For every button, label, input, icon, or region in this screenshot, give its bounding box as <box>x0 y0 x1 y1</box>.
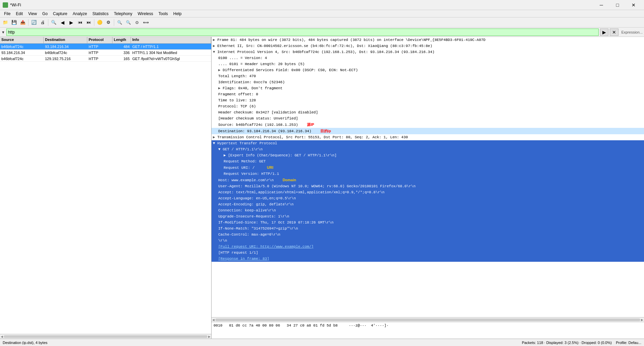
col-header-destination[interactable]: Destination <box>44 37 87 43</box>
toolbar-sep3 <box>94 19 94 26</box>
toolbar-go-forward[interactable]: ▶ <box>67 18 75 27</box>
detail-line-identification[interactable]: Identification: 0xcc7a (52346) <box>212 79 644 85</box>
menu-telephony[interactable]: Telephony <box>111 11 135 17</box>
toolbar: 📁 💾 📤 🔄 🖨 🔍 ◀ ▶ ⏮ ⏭ 🟡 ⚙ 🔍 🔍 ⊙ ⟺ <box>0 17 644 28</box>
menu-help[interactable]: Help <box>171 11 184 17</box>
detail-line-get[interactable]: ▼ GET / HTTP/1.1\r\n <box>212 146 644 152</box>
packet-row[interactable]: b46bfcaf724c 93.184.216.34 HTTP 484 GET … <box>0 44 211 50</box>
detail-line-request-uri[interactable]: Request URI: / URI <box>212 164 644 171</box>
packet-row[interactable]: b46bfcaf724c 129.192.75.216 HTTP 165 GET… <box>0 56 211 62</box>
detail-line-http[interactable]: ▼ Hypertext Transfer Protocol <box>212 140 644 146</box>
menu-go[interactable]: Go <box>40 11 50 17</box>
detail-line-if-none-match[interactable]: If-None-Match: "3147526947+gzip"\r\n <box>212 226 644 232</box>
detail-line-upgrade-insecure[interactable]: Upgrade-Insecure-Requests: 1\r\n <box>212 213 644 219</box>
detail-line-accept-encoding[interactable]: Accept-Encoding: gzip, deflate\r\n <box>212 201 644 207</box>
toolbar-sep2 <box>48 19 48 26</box>
hex-dump-line: 0010 01 d6 cc 7a 40 00 80 06 34 27 c0 a8… <box>214 324 389 328</box>
detail-line-tcp[interactable]: ▶ Transmission Control Protocol, Src Por… <box>212 134 644 140</box>
menu-edit[interactable]: Edit <box>13 11 26 17</box>
detail-line-cache-control[interactable]: Cache-Control: max-age=0\r\n <box>212 232 644 238</box>
detail-line-user-agent[interactable]: User-Agent: Mozilla/5.0 (Windows NT 10.0… <box>212 183 644 189</box>
col-header-info[interactable]: Info <box>131 37 211 43</box>
detail-line-total-length[interactable]: Total Length: 470 <box>212 73 644 79</box>
toolbar-print[interactable]: 🖨 <box>39 18 47 27</box>
app-icon <box>3 2 8 8</box>
menu-wireless[interactable]: Wireless <box>135 11 156 17</box>
title-bar-controls: ─ □ ✕ <box>594 0 641 10</box>
detail-line-crlf[interactable]: \r\n <box>212 238 644 244</box>
detail-line-ethernet[interactable]: ▶ Ethernet II, Src: CN-00014502.ericsson… <box>212 43 644 49</box>
maximize-button[interactable]: □ <box>610 0 625 10</box>
toolbar-close[interactable]: 📤 <box>19 18 27 27</box>
filter-bar: ▼ ▶ ✕ Expression... <box>0 28 644 37</box>
toolbar-new-capture[interactable]: 📁 <box>1 18 9 27</box>
toolbar-resize-columns[interactable]: ⟺ <box>142 18 150 27</box>
detail-line-if-modified-since[interactable]: If-Modified-Since: Thu, 17 Oct 2019 07:1… <box>212 219 644 226</box>
packet-list-body[interactable]: b46bfcaf724c 93.184.216.34 HTTP 484 GET … <box>0 44 211 334</box>
toolbar-go-last[interactable]: ⏭ <box>85 18 93 27</box>
detail-line-src-ip[interactable]: Source: b46bfcaf724c (192.168.1.253) 源IP <box>212 121 644 128</box>
detail-line-accept[interactable]: Accept: text/html,application/xhtml+xml,… <box>212 189 644 195</box>
packet-detail-panel: ▶ Frame 81: 484 bytes on wire (3872 bits… <box>212 37 644 339</box>
packet-row[interactable]: 93.184.216.34 b46bfcaf724c HTTP 336 HTTP… <box>0 50 211 56</box>
toolbar-prefs[interactable]: ⚙ <box>104 18 112 27</box>
menu-view[interactable]: View <box>26 11 40 17</box>
filter-clear-button[interactable]: ✕ <box>610 29 618 36</box>
menu-capture[interactable]: Capture <box>50 11 70 17</box>
detail-line-http-req-num[interactable]: [HTTP request 1/1] <box>212 250 644 256</box>
detail-line-full-request-uri[interactable]: [Full request URI: http://www.example.co… <box>212 244 644 250</box>
status-profile: Profile: Defau... <box>616 341 641 345</box>
detail-line-flags[interactable]: ▶ Flags: 0x40, Don't fragment <box>212 85 644 91</box>
packet-list-hscroll[interactable]: ◀ ▶ <box>0 334 211 339</box>
menu-analyze[interactable]: Analyze <box>70 11 90 17</box>
filter-expression-hint: Expression... <box>621 30 643 34</box>
detail-line-protocol[interactable]: Protocol: TCP (6) <box>212 103 644 109</box>
menu-file[interactable]: File <box>1 11 13 17</box>
toolbar-color-rules[interactable]: 🟡 <box>96 18 104 27</box>
close-button[interactable]: ✕ <box>626 0 641 10</box>
filter-input[interactable] <box>6 29 599 36</box>
detail-line-dsf[interactable]: ▶ Differentiated Services Field: 0x00 (D… <box>212 67 644 73</box>
detail-line-version[interactable]: 0100 .... = Version: 4 <box>212 55 644 61</box>
detail-line-frag-offset[interactable]: Fragment offset: 0 <box>212 91 644 97</box>
detail-line-header-len[interactable]: .... 0101 = Header Length: 20 bytes (5) <box>212 61 644 67</box>
detail-line-dst-ip[interactable]: Destination: 93.184.216.34 (93.184.216.3… <box>212 128 644 134</box>
minimize-button[interactable]: ─ <box>594 0 609 10</box>
detail-line-accept-language[interactable]: Accept-Language: en-US,en;q=0.5\r\n <box>212 195 644 201</box>
status-packets: Packets: 118 · Displayed: 3 (2.5%) · Dro… <box>522 341 612 345</box>
detail-line-ttl[interactable]: Time to live: 128 <box>212 97 644 103</box>
detail-line-ipv4[interactable]: ▼ Internet Protocol Version 4, Src: b46b… <box>212 49 644 55</box>
menu-tools[interactable]: Tools <box>156 11 171 17</box>
detail-line-hdr-checksum-status[interactable]: [Header checksum status: Unverified] <box>212 115 644 121</box>
detail-line-request-version[interactable]: Request Version: HTTP/1.1 <box>212 171 644 177</box>
title-bar: *Wi-Fi ─ □ ✕ <box>0 0 644 10</box>
toolbar-zoom-in[interactable]: 🔍 <box>116 18 124 27</box>
menu-bar: File Edit View Go Capture Analyze Statis… <box>0 10 644 17</box>
detail-line-response-frame[interactable]: [Response in frame: 83] <box>212 256 644 262</box>
toolbar-go-back[interactable]: ◀ <box>58 18 66 27</box>
detail-line-frame[interactable]: ▶ Frame 81: 484 bytes on wire (3872 bits… <box>212 37 644 43</box>
menu-statistics[interactable]: Statistics <box>90 11 111 17</box>
detail-line-hdr-checksum[interactable]: Header checksum: 0x3427 [validation disa… <box>212 109 644 115</box>
toolbar-zoom-out[interactable]: 🔍 <box>124 18 132 27</box>
detail-hscroll[interactable]: ◀ ▶ <box>212 317 644 322</box>
toolbar-save[interactable]: 💾 <box>10 18 18 27</box>
toolbar-reload[interactable]: 🔄 <box>30 18 38 27</box>
packet-detail-body[interactable]: ▶ Frame 81: 484 bytes on wire (3872 bits… <box>212 37 644 317</box>
main-area: Source Destination Protocol Length Info … <box>0 37 644 339</box>
toolbar-find[interactable]: 🔍 <box>50 18 58 27</box>
detail-line-host[interactable]: Host: www.example.com\r\n Domain <box>212 177 644 183</box>
col-header-source[interactable]: Source <box>0 37 44 43</box>
detail-line-request-method[interactable]: Request Method: GET <box>212 158 644 164</box>
status-right: Packets: 118 · Displayed: 3 (2.5%) · Dro… <box>522 341 641 345</box>
filter-apply-button[interactable]: ▶ <box>600 29 608 36</box>
col-header-protocol[interactable]: Protocol <box>87 37 112 43</box>
title-bar-left: *Wi-Fi <box>3 2 21 8</box>
filter-label: ▼ <box>1 30 5 34</box>
detail-line-expert-info[interactable]: ▶ [Expert Info (Chat/Sequence): GET / HT… <box>212 152 644 158</box>
toolbar-go-first[interactable]: ⏮ <box>76 18 84 27</box>
col-header-length[interactable]: Length <box>112 37 131 43</box>
window-title: *Wi-Fi <box>10 3 21 7</box>
detail-line-connection[interactable]: Connection: keep-alive\r\n <box>212 207 644 213</box>
toolbar-zoom-normal[interactable]: ⊙ <box>133 18 141 27</box>
